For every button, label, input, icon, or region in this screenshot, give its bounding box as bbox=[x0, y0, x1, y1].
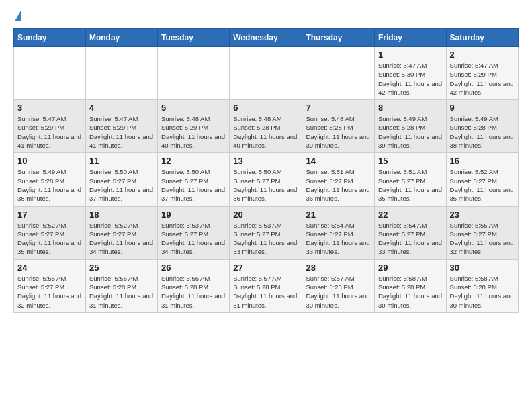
calendar-week-row: 1Sunrise: 5:47 AM Sunset: 5:30 PM Daylig… bbox=[14, 47, 519, 100]
calendar-cell: 5Sunrise: 5:48 AM Sunset: 5:29 PM Daylig… bbox=[158, 100, 230, 153]
cell-day-number: 12 bbox=[161, 156, 226, 166]
calendar-cell: 6Sunrise: 5:48 AM Sunset: 5:28 PM Daylig… bbox=[230, 100, 302, 153]
cell-day-number: 24 bbox=[17, 263, 82, 273]
calendar-cell: 20Sunrise: 5:53 AM Sunset: 5:27 PM Dayli… bbox=[230, 206, 302, 259]
calendar-cell: 11Sunrise: 5:50 AM Sunset: 5:27 PM Dayli… bbox=[85, 153, 157, 206]
cell-info: Sunrise: 5:47 AM Sunset: 5:29 PM Dayligh… bbox=[89, 114, 154, 150]
calendar-cell: 12Sunrise: 5:50 AM Sunset: 5:27 PM Dayli… bbox=[158, 153, 230, 206]
cell-info: Sunrise: 5:50 AM Sunset: 5:27 PM Dayligh… bbox=[161, 167, 226, 203]
weekday-header: Thursday bbox=[302, 29, 375, 47]
cell-info: Sunrise: 5:58 AM Sunset: 5:28 PM Dayligh… bbox=[378, 274, 443, 310]
cell-info: Sunrise: 5:47 AM Sunset: 5:29 PM Dayligh… bbox=[450, 61, 515, 97]
calendar-cell: 15Sunrise: 5:51 AM Sunset: 5:27 PM Dayli… bbox=[374, 153, 446, 206]
cell-day-number: 1 bbox=[378, 50, 443, 60]
cell-day-number: 19 bbox=[161, 210, 226, 220]
weekday-header: Monday bbox=[85, 29, 157, 47]
cell-info: Sunrise: 5:53 AM Sunset: 5:27 PM Dayligh… bbox=[161, 221, 226, 257]
cell-day-number: 28 bbox=[306, 263, 371, 273]
cell-day-number: 20 bbox=[233, 210, 298, 220]
logo-text bbox=[13, 11, 21, 21]
weekday-header: Friday bbox=[374, 29, 446, 47]
calendar-cell: 23Sunrise: 5:55 AM Sunset: 5:27 PM Dayli… bbox=[446, 206, 518, 259]
calendar: SundayMondayTuesdayWednesdayThursdayFrid… bbox=[13, 28, 519, 313]
weekday-header: Saturday bbox=[446, 29, 518, 47]
weekday-header: Tuesday bbox=[158, 29, 230, 47]
calendar-cell: 7Sunrise: 5:48 AM Sunset: 5:28 PM Daylig… bbox=[302, 100, 375, 153]
cell-day-number: 26 bbox=[161, 263, 226, 273]
cell-day-number: 5 bbox=[161, 103, 226, 113]
calendar-cell: 27Sunrise: 5:57 AM Sunset: 5:28 PM Dayli… bbox=[230, 259, 302, 312]
cell-day-number: 23 bbox=[450, 210, 515, 220]
cell-day-number: 30 bbox=[450, 263, 515, 273]
calendar-cell: 30Sunrise: 5:58 AM Sunset: 5:28 PM Dayli… bbox=[446, 259, 518, 312]
cell-day-number: 2 bbox=[450, 50, 515, 60]
calendar-cell: 29Sunrise: 5:58 AM Sunset: 5:28 PM Dayli… bbox=[374, 259, 446, 312]
cell-info: Sunrise: 5:58 AM Sunset: 5:28 PM Dayligh… bbox=[450, 274, 515, 310]
calendar-cell: 13Sunrise: 5:50 AM Sunset: 5:27 PM Dayli… bbox=[230, 153, 302, 206]
cell-info: Sunrise: 5:49 AM Sunset: 5:28 PM Dayligh… bbox=[17, 167, 82, 203]
cell-info: Sunrise: 5:51 AM Sunset: 5:27 PM Dayligh… bbox=[306, 167, 371, 203]
calendar-cell: 14Sunrise: 5:51 AM Sunset: 5:27 PM Dayli… bbox=[302, 153, 375, 206]
cell-day-number: 8 bbox=[378, 103, 443, 113]
cell-info: Sunrise: 5:54 AM Sunset: 5:27 PM Dayligh… bbox=[306, 221, 371, 257]
cell-info: Sunrise: 5:52 AM Sunset: 5:27 PM Dayligh… bbox=[17, 221, 82, 257]
cell-info: Sunrise: 5:57 AM Sunset: 5:28 PM Dayligh… bbox=[306, 274, 371, 310]
cell-info: Sunrise: 5:56 AM Sunset: 5:28 PM Dayligh… bbox=[161, 274, 226, 310]
cell-day-number: 4 bbox=[89, 103, 154, 113]
cell-day-number: 25 bbox=[89, 263, 154, 273]
cell-day-number: 22 bbox=[378, 210, 443, 220]
cell-day-number: 16 bbox=[450, 156, 515, 166]
calendar-header-row: SundayMondayTuesdayWednesdayThursdayFrid… bbox=[14, 29, 519, 47]
cell-info: Sunrise: 5:50 AM Sunset: 5:27 PM Dayligh… bbox=[233, 167, 298, 203]
cell-info: Sunrise: 5:48 AM Sunset: 5:29 PM Dayligh… bbox=[161, 114, 226, 150]
calendar-cell: 2Sunrise: 5:47 AM Sunset: 5:29 PM Daylig… bbox=[446, 47, 518, 100]
calendar-cell: 21Sunrise: 5:54 AM Sunset: 5:27 PM Dayli… bbox=[302, 206, 375, 259]
calendar-cell: 16Sunrise: 5:52 AM Sunset: 5:27 PM Dayli… bbox=[446, 153, 518, 206]
cell-info: Sunrise: 5:52 AM Sunset: 5:27 PM Dayligh… bbox=[89, 221, 154, 257]
cell-day-number: 3 bbox=[17, 103, 82, 113]
calendar-week-row: 17Sunrise: 5:52 AM Sunset: 5:27 PM Dayli… bbox=[14, 206, 519, 259]
cell-day-number: 7 bbox=[306, 103, 371, 113]
cell-info: Sunrise: 5:47 AM Sunset: 5:29 PM Dayligh… bbox=[17, 114, 82, 150]
cell-info: Sunrise: 5:48 AM Sunset: 5:28 PM Dayligh… bbox=[233, 114, 298, 150]
cell-day-number: 17 bbox=[17, 210, 82, 220]
cell-day-number: 15 bbox=[378, 156, 443, 166]
cell-day-number: 10 bbox=[17, 156, 82, 166]
cell-info: Sunrise: 5:48 AM Sunset: 5:28 PM Dayligh… bbox=[306, 114, 371, 150]
cell-day-number: 9 bbox=[450, 103, 515, 113]
calendar-cell: 22Sunrise: 5:54 AM Sunset: 5:27 PM Dayli… bbox=[374, 206, 446, 259]
cell-day-number: 13 bbox=[233, 156, 298, 166]
calendar-cell bbox=[85, 47, 157, 100]
header bbox=[13, 11, 519, 21]
cell-info: Sunrise: 5:49 AM Sunset: 5:28 PM Dayligh… bbox=[450, 114, 515, 150]
calendar-cell: 8Sunrise: 5:49 AM Sunset: 5:28 PM Daylig… bbox=[374, 100, 446, 153]
cell-info: Sunrise: 5:56 AM Sunset: 5:28 PM Dayligh… bbox=[89, 274, 154, 310]
calendar-cell: 24Sunrise: 5:55 AM Sunset: 5:27 PM Dayli… bbox=[14, 259, 86, 312]
calendar-cell: 18Sunrise: 5:52 AM Sunset: 5:27 PM Dayli… bbox=[85, 206, 157, 259]
logo bbox=[13, 11, 21, 21]
calendar-cell bbox=[230, 47, 302, 100]
calendar-cell: 3Sunrise: 5:47 AM Sunset: 5:29 PM Daylig… bbox=[14, 100, 86, 153]
calendar-cell: 19Sunrise: 5:53 AM Sunset: 5:27 PM Dayli… bbox=[158, 206, 230, 259]
cell-day-number: 11 bbox=[89, 156, 154, 166]
calendar-cell: 9Sunrise: 5:49 AM Sunset: 5:28 PM Daylig… bbox=[446, 100, 518, 153]
page: SundayMondayTuesdayWednesdayThursdayFrid… bbox=[0, 0, 532, 324]
calendar-cell: 26Sunrise: 5:56 AM Sunset: 5:28 PM Dayli… bbox=[158, 259, 230, 312]
cell-info: Sunrise: 5:47 AM Sunset: 5:30 PM Dayligh… bbox=[378, 61, 443, 97]
cell-info: Sunrise: 5:57 AM Sunset: 5:28 PM Dayligh… bbox=[233, 274, 298, 310]
cell-info: Sunrise: 5:50 AM Sunset: 5:27 PM Dayligh… bbox=[89, 167, 154, 203]
calendar-cell: 4Sunrise: 5:47 AM Sunset: 5:29 PM Daylig… bbox=[85, 100, 157, 153]
weekday-header: Wednesday bbox=[230, 29, 302, 47]
calendar-cell: 17Sunrise: 5:52 AM Sunset: 5:27 PM Dayli… bbox=[14, 206, 86, 259]
calendar-cell: 25Sunrise: 5:56 AM Sunset: 5:28 PM Dayli… bbox=[85, 259, 157, 312]
cell-day-number: 14 bbox=[306, 156, 371, 166]
cell-info: Sunrise: 5:51 AM Sunset: 5:27 PM Dayligh… bbox=[378, 167, 443, 203]
cell-info: Sunrise: 5:54 AM Sunset: 5:27 PM Dayligh… bbox=[378, 221, 443, 257]
cell-info: Sunrise: 5:52 AM Sunset: 5:27 PM Dayligh… bbox=[450, 167, 515, 203]
calendar-cell: 1Sunrise: 5:47 AM Sunset: 5:30 PM Daylig… bbox=[374, 47, 446, 100]
calendar-cell: 10Sunrise: 5:49 AM Sunset: 5:28 PM Dayli… bbox=[14, 153, 86, 206]
cell-info: Sunrise: 5:49 AM Sunset: 5:28 PM Dayligh… bbox=[378, 114, 443, 150]
weekday-header: Sunday bbox=[14, 29, 86, 47]
calendar-week-row: 10Sunrise: 5:49 AM Sunset: 5:28 PM Dayli… bbox=[14, 153, 519, 206]
cell-info: Sunrise: 5:55 AM Sunset: 5:27 PM Dayligh… bbox=[450, 221, 515, 257]
